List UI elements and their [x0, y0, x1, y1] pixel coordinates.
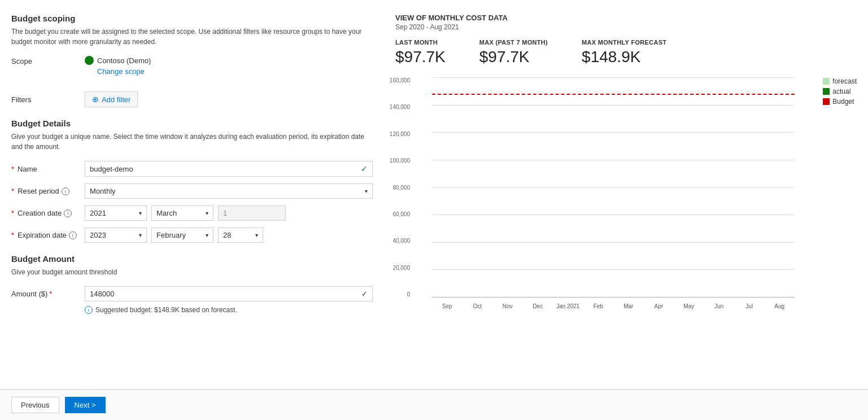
- scope-label: Scope: [11, 56, 85, 65]
- scope-row: Scope Contoso (Demo) Change scope: [11, 56, 373, 84]
- legend-budget: Budget: [823, 98, 857, 106]
- bars-wrapper: [432, 77, 795, 297]
- name-row: * Name budget-demo ✓: [11, 161, 373, 177]
- suggested-budget-row: i Suggested budget: $148.9K based on for…: [85, 306, 373, 314]
- x-label-dec: Dec: [523, 303, 553, 309]
- reset-period-row: * Reset period i Monthly ▾: [11, 183, 373, 199]
- change-scope-link[interactable]: Change scope: [97, 67, 373, 76]
- filters-label: Filters: [11, 95, 85, 104]
- budget-details-section: Budget Details Give your budget a unique…: [11, 119, 373, 243]
- add-filter-button[interactable]: ⊕ Add filter: [85, 91, 138, 107]
- previous-button[interactable]: Previous: [11, 397, 59, 413]
- stats-row: LAST MONTH $97.7K MAX (PAST 7 MONTH) $97…: [395, 39, 857, 66]
- x-label-jan: Jan 2021: [553, 303, 583, 309]
- name-checkmark-icon: ✓: [361, 164, 368, 173]
- reset-period-field-wrapper: Monthly ▾: [85, 183, 373, 199]
- scope-status-icon: [85, 56, 94, 65]
- creation-date-field-wrapper: 2021 ▾ March ▾ 1: [85, 205, 373, 221]
- budget-details-description: Give your budget a unique name. Select t…: [11, 132, 373, 152]
- chart-container: forecast actual Budget 160,000 140,000 1…: [395, 77, 857, 314]
- name-label: * Name: [11, 165, 85, 173]
- reset-period-info-icon[interactable]: i: [62, 187, 69, 195]
- creation-day-input[interactable]: 1: [218, 205, 286, 221]
- stat-last-month: LAST MONTH $97.7K: [395, 39, 446, 66]
- actual-swatch: [823, 88, 830, 95]
- amount-checkmark-icon: ✓: [361, 290, 368, 298]
- expiration-date-row: * Expiration date i 2023 ▾ February ▾ 28: [11, 228, 373, 243]
- forecast-swatch: [823, 78, 830, 85]
- reset-period-select[interactable]: Monthly ▾: [85, 183, 373, 199]
- stat-max-forecast: MAX MONTHLY FORECAST $148.9K: [582, 39, 666, 66]
- chart-title: VIEW OF MONTHLY COST DATA: [395, 14, 857, 22]
- chart-legend: forecast actual Budget: [823, 77, 857, 106]
- expiration-date-info-icon[interactable]: i: [69, 231, 77, 239]
- scope-value: Contoso (Demo) Change scope: [85, 56, 373, 84]
- creation-month-chevron-icon: ▾: [206, 210, 208, 216]
- scope-name: Contoso (Demo): [97, 56, 151, 65]
- budget-scoping-title: Budget scoping: [11, 14, 373, 23]
- expiration-year-chevron-icon: ▾: [139, 232, 142, 238]
- last-month-label: LAST MONTH: [395, 39, 446, 46]
- creation-year-chevron-icon: ▾: [139, 210, 142, 216]
- right-panel: VIEW OF MONTHLY COST DATA Sep 2020 - Aug…: [395, 14, 857, 378]
- x-label-aug: Aug: [765, 303, 795, 309]
- creation-required-star: *: [11, 209, 14, 217]
- name-required-star: *: [11, 165, 14, 173]
- x-label-may: May: [674, 303, 704, 309]
- expiration-date-label: * Expiration date i: [11, 231, 85, 239]
- stat-max-past: MAX (PAST 7 MONTH) $97.7K: [479, 39, 548, 66]
- x-label-apr: Apr: [644, 303, 674, 309]
- reset-period-chevron-icon: ▾: [365, 188, 368, 194]
- reset-required-star: *: [11, 187, 14, 195]
- name-field-wrapper: budget-demo ✓: [85, 161, 373, 177]
- last-month-value: $97.7K: [395, 48, 446, 66]
- creation-date-row: * Creation date i 2021 ▾ March ▾ 1: [11, 205, 373, 221]
- budget-legend-label: Budget: [832, 98, 854, 106]
- x-label-sep: Sep: [432, 303, 463, 309]
- max-past-label: MAX (PAST 7 MONTH): [479, 39, 548, 46]
- expiration-day-chevron-icon: ▾: [255, 232, 258, 238]
- budget-details-title: Budget Details: [11, 119, 373, 128]
- budget-amount-title: Budget Amount: [11, 254, 373, 264]
- creation-year-select[interactable]: 2021 ▾: [85, 205, 147, 221]
- max-forecast-label: MAX MONTHLY FORECAST: [582, 39, 666, 46]
- creation-month-select[interactable]: March ▾: [151, 205, 213, 221]
- add-filter-icon: ⊕: [92, 95, 99, 104]
- amount-label: Amount ($) *: [11, 290, 85, 298]
- x-label-oct: Oct: [463, 303, 493, 309]
- budget-amount-section: Budget Amount Give your budget amount th…: [11, 254, 373, 314]
- chart-area: [432, 77, 795, 298]
- amount-required-star: *: [49, 290, 52, 298]
- x-label-jul: Jul: [734, 303, 765, 309]
- budget-scoping-description: The budget you create will be assigned t…: [11, 27, 373, 47]
- max-forecast-value: $148.9K: [582, 48, 666, 66]
- expiration-day-select[interactable]: 28 ▾: [218, 228, 263, 243]
- creation-date-label: * Creation date i: [11, 209, 85, 217]
- expiration-date-field-wrapper: 2023 ▾ February ▾ 28 ▾: [85, 228, 373, 243]
- creation-date-info-icon[interactable]: i: [64, 209, 72, 217]
- expiration-month-select[interactable]: February ▾: [151, 228, 213, 243]
- amount-input[interactable]: 148000 ✓: [85, 286, 373, 301]
- budget-amount-description: Give your budget amount threshold: [11, 267, 373, 277]
- forecast-legend-label: forecast: [832, 77, 857, 85]
- y-axis: 160,000 140,000 120,000 100,000 80,000 6…: [395, 77, 412, 298]
- amount-row: Amount ($) * 148000 ✓: [11, 286, 373, 301]
- left-panel: Budget scoping The budget you create wil…: [11, 14, 373, 378]
- suggested-info-icon: i: [85, 306, 93, 314]
- add-filter-label: Add filter: [102, 95, 130, 104]
- x-label-feb: Feb: [583, 303, 614, 309]
- expiration-month-chevron-icon: ▾: [206, 232, 208, 238]
- expiration-required-star: *: [11, 231, 14, 239]
- legend-forecast: forecast: [823, 77, 857, 85]
- x-label-mar: Mar: [613, 303, 644, 309]
- max-past-value: $97.7K: [479, 48, 548, 66]
- next-button[interactable]: Next >: [65, 397, 106, 413]
- filters-row: Filters ⊕ Add filter: [11, 91, 373, 107]
- suggested-text: Suggested budget: $148.9K based on forec…: [95, 306, 237, 314]
- budget-swatch: [823, 98, 830, 105]
- expiration-year-select[interactable]: 2023 ▾: [85, 228, 147, 243]
- x-axis: Sep Oct Nov Dec Jan 2021 Feb Mar Apr May…: [432, 298, 795, 314]
- name-input[interactable]: budget-demo ✓: [85, 161, 373, 177]
- x-label-jun: Jun: [704, 303, 735, 309]
- budget-scoping-section: Budget scoping The budget you create wil…: [11, 14, 373, 107]
